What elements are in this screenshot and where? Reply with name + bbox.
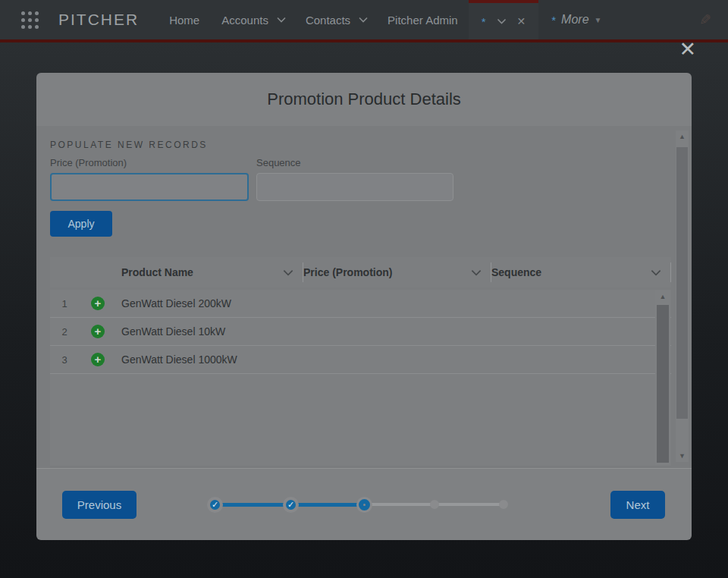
nav-item-contacts[interactable]: Contacts [306,14,368,27]
step-current [359,499,370,510]
modal-title: Promotion Product Details [267,90,461,109]
scrollbar-thumb[interactable] [676,147,688,419]
caret-down-icon: ▼ [595,16,602,24]
chevron-down-icon[interactable] [359,17,368,23]
chevron-down-icon[interactable] [471,269,482,276]
table-header-row: Product Name Price (Promotion) Sequence [50,257,671,287]
modal-footer: Previous ✓✓ Next [36,468,692,540]
price-promotion-label: Price (Promotion) [50,157,249,168]
column-header-sequence[interactable]: Sequence [491,262,671,282]
scrollbar-thumb[interactable] [657,305,669,463]
modal-body: POPULATE NEW RECORDS Price (Promotion) S… [36,126,692,468]
sequence-field: Sequence [256,157,453,201]
modal-header: Promotion Product Details [36,73,692,126]
add-row-icon[interactable]: + [91,297,105,310]
chevron-down-icon[interactable] [283,269,293,276]
row-number: 1 [55,298,74,309]
step-connector [368,503,432,506]
sequence-input[interactable] [256,173,453,201]
price-promotion-field: Price (Promotion) [50,157,249,201]
scroll-down-icon[interactable]: ▼ [676,450,689,462]
apply-button[interactable]: Apply [50,211,112,237]
active-workspace-tab[interactable]: * ✕ [469,0,539,39]
table-scrollbar[interactable]: ▲ [655,291,670,465]
chevron-down-icon[interactable] [497,18,507,24]
column-header-product-name[interactable]: Product Name [121,262,303,282]
row-actions-column-header [50,262,121,282]
step-connector [221,503,285,507]
step-complete: ✓ [207,497,223,513]
nav-item-home[interactable]: Home [169,14,199,27]
table-row: 1 + GenWatt Diesel 200kW [50,290,671,318]
product-name-cell: GenWatt Diesel 10kW [121,325,303,338]
top-navbar: PITCHER Home Accounts Contacts Pitcher A… [0,0,728,39]
table-row: 2 + GenWatt Diesel 10kW [50,318,671,346]
more-tabs-menu[interactable]: * More ▼ [551,13,601,27]
app-launcher-icon[interactable] [21,11,39,29]
edit-pencil-icon[interactable]: ✎ [699,11,711,29]
unsaved-indicator: * [551,14,556,27]
wizard-progress-stepper: ✓✓ [207,497,508,513]
step-upcoming [430,500,439,509]
step-upcoming [499,500,508,509]
row-number: 3 [55,354,74,366]
scroll-up-icon[interactable]: ▲ [676,130,689,143]
price-promotion-input[interactable] [50,173,249,201]
unsaved-indicator: * [482,15,486,28]
table-body: 1 + GenWatt Diesel 200kW 2 + GenWatt Die… [50,290,671,466]
row-number: 2 [55,326,74,338]
promotion-product-details-modal: Promotion Product Details POPULATE NEW R… [36,73,692,540]
scroll-up-icon[interactable]: ▲ [655,291,670,303]
product-name-cell: GenWatt Diesel 200kW [121,297,303,309]
column-header-price-promotion[interactable]: Price (Promotion) [303,262,491,282]
add-row-icon[interactable]: + [91,325,105,338]
next-button[interactable]: Next [610,491,665,519]
chevron-down-icon[interactable] [277,17,286,23]
step-connector [297,503,361,507]
populate-fields: Price (Promotion) Sequence [50,157,692,201]
chevron-down-icon[interactable] [651,269,661,276]
add-row-icon[interactable]: + [91,353,105,366]
app-brand-title[interactable]: PITCHER [58,11,139,29]
close-icon[interactable]: ✕ [679,39,696,60]
product-table: Product Name Price (Promotion) Sequence [50,257,671,466]
nav-divider-line [0,39,728,42]
nav-item-accounts[interactable]: Accounts [221,14,286,27]
product-name-cell: GenWatt Diesel 1000kW [121,353,303,366]
section-label: POPULATE NEW RECORDS [50,140,692,150]
previous-button[interactable]: Previous [62,491,136,519]
step-complete: ✓ [283,497,299,513]
tab-close-icon[interactable]: ✕ [517,15,526,27]
table-row: 3 + GenWatt Diesel 1000kW [50,346,671,374]
nav-item-pitcher-admin[interactable]: Pitcher Admin [388,14,458,27]
modal-scrollbar[interactable]: ▲ ▼ [676,130,689,462]
step-connector [437,503,501,506]
sequence-label: Sequence [256,157,453,168]
